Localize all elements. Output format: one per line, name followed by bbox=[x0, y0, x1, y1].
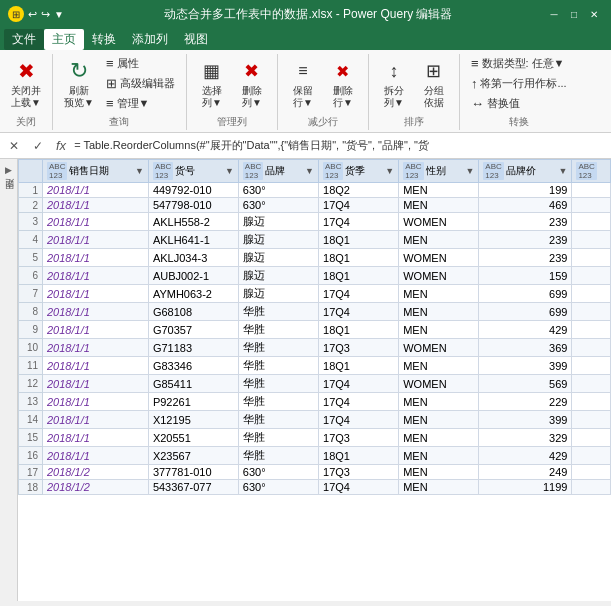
quick-access-icon[interactable]: ▼ bbox=[54, 9, 64, 20]
delete-rows-button[interactable]: ✖ 删除行▼ bbox=[324, 54, 362, 112]
ribbon-reduce-rows-buttons: ≡ 保留行▼ ✖ 删除行▼ bbox=[284, 54, 362, 113]
table-row: 1 2018/1/1 449792-010 630° 18Q2 MEN 199 bbox=[19, 183, 611, 198]
table-row: 11 2018/1/1 G83346 华胜 18Q1 MEN 399 bbox=[19, 357, 611, 375]
cell-code: G85411 bbox=[148, 375, 238, 393]
cell-date: 2018/1/1 bbox=[43, 411, 149, 429]
split-column-button[interactable]: ↕ 拆分列▼ bbox=[375, 54, 413, 112]
select-columns-button[interactable]: ▦ 选择列▼ bbox=[193, 54, 231, 112]
group-by-button[interactable]: ⊞ 分组依据 bbox=[415, 54, 453, 112]
cell-price: 1199 bbox=[479, 480, 572, 495]
cell-extra bbox=[572, 375, 611, 393]
cell-brand: 华胜 bbox=[238, 393, 318, 411]
keep-rows-button[interactable]: ≡ 保留行▼ bbox=[284, 54, 322, 112]
cell-extra bbox=[572, 339, 611, 357]
content-area: ▶ 固定 ABC123 销售日期 ▼ ABC123 bbox=[0, 159, 611, 601]
cell-gender: WOMEN bbox=[399, 267, 479, 285]
cell-extra bbox=[572, 183, 611, 198]
minimize-button[interactable]: ─ bbox=[545, 5, 563, 23]
properties-label: 属性 bbox=[117, 56, 139, 71]
refresh-preview-button[interactable]: ↻ 刷新预览▼ bbox=[59, 54, 99, 112]
redo-icon[interactable]: ↪ bbox=[41, 8, 50, 21]
cell-date: 2018/1/1 bbox=[43, 231, 149, 249]
col-header-price[interactable]: ABC123 品牌价 ▼ bbox=[479, 160, 572, 183]
manage-button[interactable]: ≡ 管理▼ bbox=[101, 94, 180, 113]
close-button[interactable]: ✕ bbox=[585, 5, 603, 23]
delete-columns-button[interactable]: ✖ 删除列▼ bbox=[233, 54, 271, 112]
col-header-season[interactable]: ABC123 货季 ▼ bbox=[319, 160, 399, 183]
cell-brand: 华胜 bbox=[238, 411, 318, 429]
col-filter-date[interactable]: ▼ bbox=[135, 166, 144, 176]
cell-code: AUBJ002-1 bbox=[148, 267, 238, 285]
col-filter-price[interactable]: ▼ bbox=[558, 166, 567, 176]
cell-gender: MEN bbox=[399, 303, 479, 321]
row-num-cell: 18 bbox=[19, 480, 43, 495]
menu-view[interactable]: 视图 bbox=[176, 29, 216, 50]
cell-extra bbox=[572, 285, 611, 303]
col-header-gender[interactable]: ABC123 性别 ▼ bbox=[399, 160, 479, 183]
row-num-cell: 6 bbox=[19, 267, 43, 285]
formula-cancel-button[interactable]: ✕ bbox=[4, 136, 24, 156]
cell-extra bbox=[572, 198, 611, 213]
cell-code: X12195 bbox=[148, 411, 238, 429]
table-row: 10 2018/1/1 G71183 华胜 17Q3 WOMEN 369 bbox=[19, 339, 611, 357]
cell-code: G71183 bbox=[148, 339, 238, 357]
ribbon-group-manage-cols: ▦ 选择列▼ ✖ 删除列▼ 管理列 bbox=[189, 54, 278, 130]
formula-input[interactable]: = Table.ReorderColumns(#"展开的"Data"",{"销售… bbox=[74, 138, 607, 153]
group-by-label: 分组依据 bbox=[424, 85, 444, 109]
cell-brand: 腺迈 bbox=[238, 267, 318, 285]
table-row: 14 2018/1/1 X12195 华胜 17Q4 MEN 399 bbox=[19, 411, 611, 429]
cell-extra bbox=[572, 447, 611, 465]
undo-icon[interactable]: ↩ bbox=[28, 8, 37, 21]
data-type-button[interactable]: ≡ 数据类型: 任意▼ bbox=[466, 54, 572, 73]
cell-gender: MEN bbox=[399, 465, 479, 480]
window-title: 动态合并多工作表中的数据.xlsx - Power Query 编辑器 bbox=[72, 6, 545, 23]
cell-date: 2018/1/1 bbox=[43, 213, 149, 231]
cell-gender: MEN bbox=[399, 183, 479, 198]
cell-extra bbox=[572, 357, 611, 375]
table-row: 17 2018/1/2 377781-010 630° 17Q3 MEN 249 bbox=[19, 465, 611, 480]
col-filter-brand[interactable]: ▼ bbox=[305, 166, 314, 176]
advanced-editor-button[interactable]: ⊞ 高级编辑器 bbox=[101, 74, 180, 93]
formula-confirm-button[interactable]: ✓ bbox=[28, 136, 48, 156]
cell-season: 17Q4 bbox=[319, 411, 399, 429]
cell-gender: MEN bbox=[399, 393, 479, 411]
cell-date: 2018/1/1 bbox=[43, 303, 149, 321]
menu-transform[interactable]: 转换 bbox=[84, 29, 124, 50]
row-num-cell: 2 bbox=[19, 198, 43, 213]
cell-code: AYMH063-2 bbox=[148, 285, 238, 303]
maximize-button[interactable]: □ bbox=[565, 5, 583, 23]
replace-values-icon: ↔ bbox=[471, 96, 484, 111]
col-header-code[interactable]: ABC123 货号 ▼ bbox=[148, 160, 238, 183]
table-row: 6 2018/1/1 AUBJ002-1 腺迈 18Q1 WOMEN 159 bbox=[19, 267, 611, 285]
col-header-sales-date[interactable]: ABC123 销售日期 ▼ bbox=[43, 160, 149, 183]
cell-price: 699 bbox=[479, 285, 572, 303]
row-num-cell: 8 bbox=[19, 303, 43, 321]
col-header-extra[interactable]: ABC123 bbox=[572, 160, 611, 183]
menu-file[interactable]: 文件 bbox=[4, 29, 44, 50]
ribbon-group-query-label: 查询 bbox=[59, 113, 180, 130]
col-filter-gender[interactable]: ▼ bbox=[465, 166, 474, 176]
col-filter-code[interactable]: ▼ bbox=[225, 166, 234, 176]
row-num-column-header bbox=[19, 160, 43, 183]
cell-extra bbox=[572, 249, 611, 267]
cell-code: G68108 bbox=[148, 303, 238, 321]
close-upload-button[interactable]: ✖ 关闭并上载▼ bbox=[6, 54, 46, 112]
cell-brand: 腺迈 bbox=[238, 249, 318, 267]
replace-values-button[interactable]: ↔ 替换值 bbox=[466, 94, 572, 113]
row-num-cell: 16 bbox=[19, 447, 43, 465]
first-row-header-button[interactable]: ↑ 将第一行用作标... bbox=[466, 74, 572, 93]
col-header-brand[interactable]: ABC123 品牌 ▼ bbox=[238, 160, 318, 183]
properties-button[interactable]: ≡ 属性 bbox=[101, 54, 180, 73]
data-type-label: 数据类型: 任意▼ bbox=[482, 56, 565, 71]
cell-date: 2018/1/2 bbox=[43, 465, 149, 480]
cell-price: 429 bbox=[479, 321, 572, 339]
menu-add-column[interactable]: 添加列 bbox=[124, 29, 176, 50]
col-filter-season[interactable]: ▼ bbox=[385, 166, 394, 176]
cell-date: 2018/1/1 bbox=[43, 375, 149, 393]
row-num-cell: 12 bbox=[19, 375, 43, 393]
delete-rows-icon: ✖ bbox=[329, 57, 357, 85]
manage-icon: ≡ bbox=[106, 96, 114, 111]
menu-home[interactable]: 主页 bbox=[44, 29, 84, 50]
cell-date: 2018/1/1 bbox=[43, 321, 149, 339]
select-columns-icon: ▦ bbox=[198, 57, 226, 85]
